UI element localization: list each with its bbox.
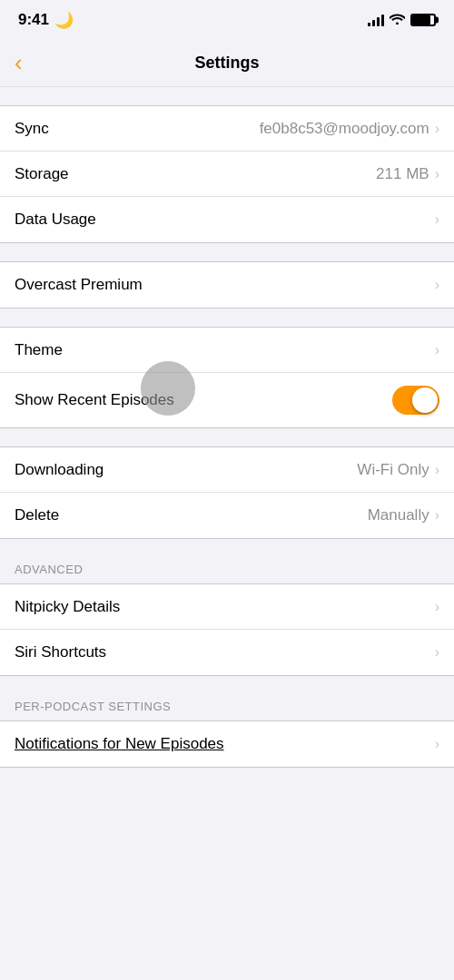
storage-label: Storage [15, 165, 69, 183]
nitpicky-details-row[interactable]: Nitpicky Details › [0, 584, 454, 630]
downloading-label: Downloading [15, 461, 104, 479]
theme-label: Theme [15, 341, 63, 359]
siri-shortcuts-row[interactable]: Siri Shortcuts › [0, 630, 454, 675]
downloading-chevron-icon: › [435, 462, 439, 478]
appearance-group: Theme › Show Recent Episodes [0, 327, 454, 428]
signal-icon [368, 14, 384, 26]
overcast-premium-row[interactable]: Overcast Premium › [0, 262, 454, 308]
theme-row[interactable]: Theme › [0, 328, 454, 373]
downloading-right: Wi-Fi Only › [357, 461, 439, 479]
delete-label: Delete [15, 506, 59, 524]
toggle-knob [412, 387, 438, 413]
status-bar: 9:41 🌙 [0, 0, 454, 40]
premium-right: › [435, 277, 439, 293]
nav-bar: ‹ Settings [0, 40, 454, 87]
advanced-section: ADVANCED Nitpicky Details › Siri Shortcu… [0, 557, 454, 676]
advanced-group: Nitpicky Details › Siri Shortcuts › [0, 583, 454, 676]
storage-chevron-icon: › [435, 166, 439, 182]
storage-row[interactable]: Storage 211 MB › [0, 152, 454, 197]
downloading-row[interactable]: Downloading Wi-Fi Only › [0, 447, 454, 493]
per-podcast-section-header: PER-PODCAST SETTINGS [0, 694, 454, 720]
overcast-premium-label: Overcast Premium [15, 276, 143, 294]
nitpicky-chevron-icon: › [435, 599, 439, 615]
show-recent-episodes-toggle[interactable] [392, 386, 439, 415]
show-recent-episodes-label: Show Recent Episodes [15, 391, 174, 409]
show-recent-episodes-row[interactable]: Show Recent Episodes [0, 373, 454, 427]
notifications-right: › [435, 736, 439, 752]
nitpicky-right: › [435, 599, 439, 615]
delete-chevron-icon: › [435, 507, 439, 524]
download-group: Downloading Wi-Fi Only › Delete Manually… [0, 446, 454, 539]
show-recent-episodes-right [392, 386, 439, 415]
advanced-section-header: ADVANCED [0, 557, 454, 583]
storage-right: 211 MB › [376, 165, 439, 183]
per-podcast-group: Notifications for New Episodes › [0, 720, 454, 768]
notifications-chevron-icon: › [435, 736, 439, 752]
moon-icon: 🌙 [54, 11, 74, 30]
data-usage-chevron-icon: › [435, 211, 439, 228]
notifications-row[interactable]: Notifications for New Episodes › [0, 721, 454, 767]
premium-group: Overcast Premium › [0, 261, 454, 309]
data-usage-row[interactable]: Data Usage › [0, 197, 454, 242]
siri-shortcuts-label: Siri Shortcuts [15, 643, 106, 662]
theme-right: › [435, 342, 439, 358]
battery-icon [410, 14, 436, 26]
delete-right: Manually › [368, 506, 439, 524]
page-title: Settings [194, 54, 259, 73]
notifications-label: Notifications for New Episodes [15, 735, 224, 753]
settings-content: Sync fe0b8c53@moodjoy.com › Storage 211 … [0, 87, 454, 768]
siri-chevron-icon: › [435, 644, 439, 661]
downloading-value: Wi-Fi Only [357, 461, 429, 479]
per-podcast-section: PER-PODCAST SETTINGS Notifications for N… [0, 694, 454, 768]
wifi-icon [390, 13, 405, 27]
account-group: Sync fe0b8c53@moodjoy.com › Storage 211 … [0, 105, 454, 243]
delete-row[interactable]: Delete Manually › [0, 493, 454, 538]
storage-value: 211 MB [376, 165, 429, 183]
sync-right: fe0b8c53@moodjoy.com › [260, 120, 439, 138]
sync-chevron-icon: › [435, 121, 439, 137]
theme-chevron-icon: › [435, 342, 439, 358]
time-label: 9:41 [18, 11, 49, 29]
nitpicky-details-label: Nitpicky Details [15, 598, 120, 616]
data-usage-right: › [435, 211, 439, 228]
data-usage-label: Data Usage [15, 211, 96, 229]
premium-chevron-icon: › [435, 277, 439, 293]
status-time: 9:41 🌙 [18, 11, 74, 30]
sync-value: fe0b8c53@moodjoy.com [260, 120, 429, 138]
back-chevron-icon: ‹ [15, 49, 23, 77]
back-button[interactable]: ‹ [15, 49, 23, 77]
delete-value: Manually [368, 506, 429, 524]
sync-label: Sync [15, 120, 49, 138]
status-icons [368, 13, 436, 27]
sync-row[interactable]: Sync fe0b8c53@moodjoy.com › [0, 106, 454, 152]
siri-right: › [435, 644, 439, 661]
